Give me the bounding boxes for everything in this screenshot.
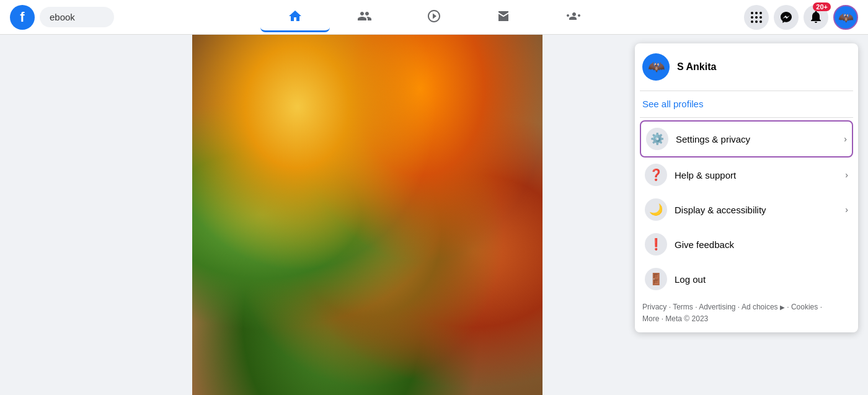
svg-point-1 [755,12,758,14]
feedback-label: Give feedback [675,239,848,250]
profile-name: S Ankita [677,61,716,73]
divider-2 [640,117,853,118]
navbar: f [0,0,868,35]
navbar-left: f [10,5,114,30]
notification-badge: 20+ [813,2,831,11]
footer-cookies[interactable]: Cookies [791,303,818,311]
settings-icon: ⚙️ [646,128,668,150]
svg-point-5 [760,16,762,19]
logout-icon: 🚪 [645,268,667,290]
svg-point-4 [755,16,758,19]
display-icon: 🌙 [645,198,667,221]
footer-meta: Meta © 2023 [665,314,708,323]
notification-wrapper: 20+ [804,5,828,30]
navbar-center-nav [260,2,608,32]
divider-1 [640,91,853,91]
nav-groups[interactable] [538,2,608,32]
svg-point-2 [760,12,762,14]
display-chevron-icon: › [845,205,848,215]
nav-watch[interactable] [399,2,469,32]
help-label: Help & support [675,170,838,180]
search-input[interactable] [40,7,114,27]
account-dropdown-menu: 🦇 S Ankita See all profiles ⚙️ Settings … [635,43,858,332]
grid-menu-button[interactable] [744,5,769,30]
footer-ad-choices[interactable]: Ad choices [742,303,778,311]
nav-home[interactable] [260,2,330,32]
menu-item-help[interactable]: ❓ Help & support › [640,158,853,192]
settings-chevron-icon: › [844,134,847,144]
facebook-logo[interactable]: f [10,5,35,30]
ad-choices-icon: ▶ [780,304,785,311]
see-all-profiles-anchor[interactable]: See all profiles [642,99,703,109]
nav-friends[interactable] [330,2,399,32]
svg-point-3 [751,16,753,19]
footer-links: Privacy · Terms · Advertising · Ad choic… [640,296,853,327]
logout-label: Log out [675,274,848,285]
svg-point-8 [760,20,762,23]
footer-terms[interactable]: Terms [673,303,693,311]
profile-avatar-button[interactable]: 🦇 [833,5,858,30]
footer-privacy[interactable]: Privacy [642,303,666,311]
left-sidebar [0,35,192,395]
feedback-icon: ❗ [645,233,667,255]
svg-point-7 [755,20,758,23]
svg-point-6 [751,20,753,23]
help-icon: ❓ [645,164,667,186]
menu-item-logout[interactable]: 🚪 Log out [640,262,853,296]
logo-search-group: f [10,5,114,30]
dropdown-profile-avatar: 🦇 [642,53,670,81]
footer-advertising[interactable]: Advertising [699,303,735,311]
svg-point-0 [751,12,753,14]
settings-label: Settings & privacy [676,134,836,144]
see-all-profiles-link[interactable]: See all profiles [640,94,853,115]
messenger-button[interactable] [774,5,799,30]
menu-item-display[interactable]: 🌙 Display & accessibility › [640,192,853,227]
profile-section[interactable]: 🦇 S Ankita [640,48,853,88]
help-chevron-icon: › [845,170,848,180]
nav-marketplace[interactable] [469,2,538,32]
footer-more[interactable]: More [642,314,659,323]
feed-post-image [192,35,542,395]
menu-item-settings[interactable]: ⚙️ Settings & privacy › [640,120,853,158]
menu-item-feedback[interactable]: ❗ Give feedback [640,227,853,262]
navbar-right: 20+ 🦇 [744,5,858,30]
display-label: Display & accessibility [675,205,838,215]
